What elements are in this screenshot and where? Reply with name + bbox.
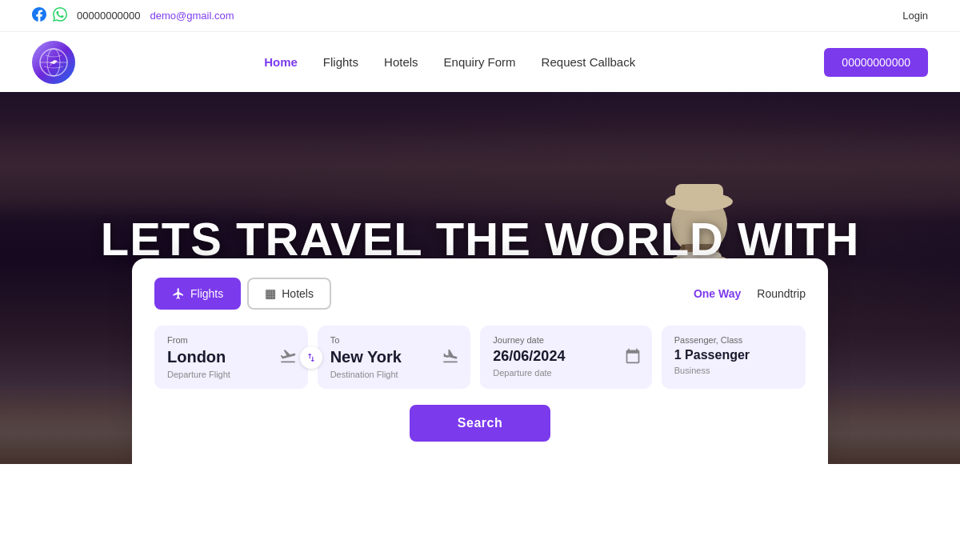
svg-rect-5 xyxy=(675,184,723,208)
hero-section: LETS TRAVEL THE WORLD WITH US Find aweso… xyxy=(0,92,960,464)
trip-oneway[interactable]: One Way xyxy=(694,287,741,300)
trip-options: One Way Roundtrip xyxy=(694,287,806,300)
login-link[interactable]: Login xyxy=(902,10,928,22)
phone-number: 00000000000 xyxy=(77,10,141,22)
to-sub: Destination Flight xyxy=(330,370,458,379)
from-label: From xyxy=(167,335,295,345)
logo-icon xyxy=(32,41,75,84)
passenger-sub: Business xyxy=(674,366,793,375)
nav-home[interactable]: Home xyxy=(264,55,298,69)
date-sub: Departure date xyxy=(493,368,638,378)
top-bar: 00000000000 demo@gmail.com Login xyxy=(0,0,960,32)
search-row: Search xyxy=(154,405,806,442)
passenger-field[interactable]: Passenger, Class 1 Passenger Business xyxy=(662,326,806,389)
to-value: New York xyxy=(330,348,458,366)
from-value: London xyxy=(167,348,295,366)
nav-flights[interactable]: Flights xyxy=(323,55,358,69)
date-value: 26/06/2024 xyxy=(493,348,638,365)
nav-hotels[interactable]: Hotels xyxy=(384,55,418,69)
trip-roundtrip[interactable]: Roundtrip xyxy=(757,287,806,300)
to-label: To xyxy=(330,335,458,345)
nav-enquiry[interactable]: Enquiry Form xyxy=(444,55,516,69)
tab-hotels[interactable]: ▦ Hotels xyxy=(247,278,331,310)
flights-tab-icon xyxy=(172,287,185,300)
hotels-tab-icon: ▦ xyxy=(265,286,276,301)
logo[interactable] xyxy=(32,41,75,84)
plane-land-icon xyxy=(442,347,459,368)
nav-links: Home Flights Hotels Enquiry Form Request… xyxy=(264,55,635,69)
search-button[interactable]: Search xyxy=(410,405,550,442)
nav-callback[interactable]: Request Callback xyxy=(542,55,636,69)
tabs-row: Flights ▦ Hotels One Way Roundtrip xyxy=(154,278,806,310)
email-address[interactable]: demo@gmail.com xyxy=(150,10,234,22)
swap-icon[interactable] xyxy=(300,346,322,369)
tab-flights[interactable]: Flights xyxy=(154,278,241,310)
search-panel: Flights ▦ Hotels One Way Roundtrip From xyxy=(132,258,828,464)
search-fields: From London Departure Flight To New York… xyxy=(154,326,806,389)
from-sub: Departure Flight xyxy=(167,370,295,379)
search-panel-wrap: Flights ▦ Hotels One Way Roundtrip From xyxy=(132,258,828,464)
facebook-icon[interactable] xyxy=(32,7,46,24)
hero-title-line1: LETS TRAVEL THE WORLD WITH xyxy=(101,214,860,265)
social-icons xyxy=(32,7,67,24)
search-tabs: Flights ▦ Hotels xyxy=(154,278,331,310)
top-bar-left: 00000000000 demo@gmail.com xyxy=(32,7,234,24)
date-field[interactable]: Journey date 26/06/2024 Departure date xyxy=(480,326,651,389)
to-field[interactable]: To New York Destination Flight xyxy=(318,326,471,389)
whatsapp-icon[interactable] xyxy=(53,7,67,24)
navbar: Home Flights Hotels Enquiry Form Request… xyxy=(0,32,960,92)
nav-cta-button[interactable]: 00000000000 xyxy=(824,48,928,77)
from-field[interactable]: From London Departure Flight xyxy=(154,326,308,389)
passenger-label: Passenger, Class xyxy=(674,335,793,345)
plane-takeoff-icon xyxy=(279,347,297,368)
passenger-value: 1 Passenger xyxy=(674,348,793,362)
calendar-icon xyxy=(625,348,641,367)
date-label: Journey date xyxy=(493,335,638,345)
